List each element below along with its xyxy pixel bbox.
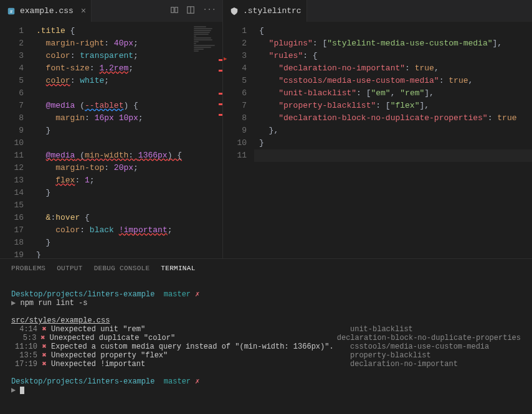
tab-stylelintrc[interactable]: .stylelintrc [223,0,307,22]
terminal-content[interactable]: Desktop/projects/linters-example master … [0,278,532,414]
css-file-icon: # [6,6,16,16]
editor-actions: ··· [170,6,222,17]
code-area-css[interactable]: 12345678910111213141516171819 .title { m… [0,22,222,258]
panel-tab-output[interactable]: OUTPUT [57,265,82,272]
more-icon[interactable]: ··· [202,6,216,17]
editor-split: # example.css × ··· 12345678910111213141… [0,0,532,258]
bottom-panel: PROBLEMSOUTPUTDEBUG CONSOLETERMINAL Desk… [0,258,532,414]
svg-text:#: # [10,9,12,14]
close-icon[interactable]: × [81,6,86,16]
tab-label: .stylelintrc [243,6,302,16]
compare-icon[interactable] [170,6,179,17]
split-icon[interactable] [186,6,195,17]
tab-bar-right: .stylelintrc [223,0,532,22]
tab-bar-left: # example.css × ··· [0,0,222,22]
tab-label: example.css [20,6,74,16]
panel-tab-problems[interactable]: PROBLEMS [11,265,45,272]
panel-tab-terminal[interactable]: TERMINAL [161,265,195,272]
panel-tab-debug-console[interactable]: DEBUG CONSOLE [94,265,150,272]
error-stripe[interactable] [219,22,222,258]
code-content-json[interactable]: { "plugins": ["stylelint-media-use-custo… [254,22,532,258]
line-gutter: 12345678910111213141516171819 [0,22,31,258]
line-gutter: 123▶4567891011 [223,22,254,258]
code-area-json[interactable]: 123▶4567891011 { "plugins": ["stylelint-… [223,22,532,258]
editor-pane-left: # example.css × ··· 12345678910111213141… [0,0,223,258]
svg-rect-2 [171,7,174,12]
svg-rect-3 [175,7,178,12]
panel-tabs: PROBLEMSOUTPUTDEBUG CONSOLETERMINAL [0,259,532,278]
stylelint-file-icon [229,6,239,16]
minimap[interactable] [191,22,222,258]
tab-example-css[interactable]: # example.css × [0,0,92,22]
editor-pane-right: .stylelintrc 123▶4567891011 { "plugins":… [223,0,532,258]
